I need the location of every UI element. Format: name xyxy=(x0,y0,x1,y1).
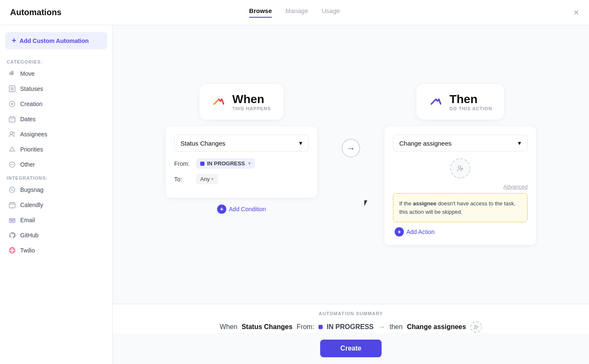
close-button[interactable]: × xyxy=(573,7,579,18)
move-icon xyxy=(8,70,16,77)
sidebar-item-other[interactable]: Other xyxy=(2,157,111,172)
trigger-chevron-icon: ▾ xyxy=(299,139,302,147)
status-dot-icon xyxy=(200,162,204,166)
svg-point-27 xyxy=(458,166,461,168)
warning-bold: assignee xyxy=(413,200,437,207)
advanced-link[interactable]: Advanced xyxy=(393,183,528,190)
sidebar-item-label: Priorities xyxy=(20,146,43,153)
sidebar-item-assignees[interactable]: Assignees xyxy=(2,127,111,142)
summary-change-assignees: Change assignees xyxy=(407,323,466,331)
header-tabs: Browse Manage Usage xyxy=(249,7,340,18)
action-label: Change assignees xyxy=(399,140,451,147)
svg-point-26 xyxy=(13,251,13,252)
action-select[interactable]: Change assignees ▾ xyxy=(393,135,528,151)
from-status-badge[interactable]: IN PROGRESS ▾ xyxy=(196,158,255,169)
add-action-button[interactable]: + Add Action xyxy=(393,227,528,236)
categories-label: CATEGORIES: xyxy=(0,56,112,66)
other-icon xyxy=(8,161,16,168)
integrations-label: INTEGRATIONS: xyxy=(0,172,112,182)
twilio-icon xyxy=(8,247,16,254)
when-config-card: Status Changes ▾ From: IN PROGRESS ▾ xyxy=(166,126,317,198)
sidebar-item-bugsnag[interactable]: Bugsnag xyxy=(2,182,111,197)
sidebar-item-label: Assignees xyxy=(20,131,48,138)
svg-point-14 xyxy=(13,164,14,165)
app-container: Automations Browse Manage Usage × + Add … xyxy=(0,0,589,364)
sidebar-item-label: Other xyxy=(20,161,35,168)
warning-text1: If the xyxy=(399,200,413,207)
svg-line-16 xyxy=(11,189,13,191)
summary-from: From: xyxy=(297,323,314,331)
add-custom-automation-button[interactable]: + Add Custom Automation xyxy=(5,32,107,49)
action-chevron-icon: ▾ xyxy=(518,139,521,147)
sidebar-item-github[interactable]: GitHub xyxy=(2,228,111,243)
sidebar-item-label: Dates xyxy=(20,116,36,122)
sidebar-item-twilio[interactable]: Twilio xyxy=(2,243,111,258)
summary-in-progress: IN PROGRESS xyxy=(327,323,374,331)
tab-browse[interactable]: Browse xyxy=(249,7,272,18)
sidebar: + Add Custom Automation CATEGORIES: Move… xyxy=(0,25,113,364)
github-icon xyxy=(8,231,16,239)
sidebar-item-label: Twilio xyxy=(20,247,35,254)
svg-rect-5 xyxy=(9,117,15,122)
sidebar-item-label: Bugsnag xyxy=(20,186,43,193)
main-content: When THIS HAPPENS Status Changes ▾ From: xyxy=(113,25,589,364)
canvas: When THIS HAPPENS Status Changes ▾ From: xyxy=(113,25,589,304)
svg-point-22 xyxy=(10,248,15,253)
sidebar-item-label: Statuses xyxy=(20,85,43,92)
svg-point-9 xyxy=(10,132,13,134)
dates-icon xyxy=(8,115,16,123)
summary-bar: AUTOMATION SUMMARY When Status Changes F… xyxy=(113,304,589,333)
add-action-plus-icon: + xyxy=(395,227,404,236)
sidebar-item-move[interactable]: Move xyxy=(2,66,111,81)
summary-status-dot-icon xyxy=(318,325,323,329)
sidebar-item-creation[interactable]: Creation xyxy=(2,96,111,112)
arrow-connector: → xyxy=(334,139,368,157)
calendly-icon xyxy=(8,201,16,209)
svg-point-10 xyxy=(13,132,15,134)
header: Automations Browse Manage Usage × xyxy=(0,0,589,25)
tab-manage[interactable]: Manage xyxy=(285,7,308,18)
body: + Add Custom Automation CATEGORIES: Move… xyxy=(0,25,589,364)
then-header-text: Then DO THIS ACTION xyxy=(449,93,492,111)
add-action-label: Add Action xyxy=(406,228,435,235)
to-chevron-icon: ▾ xyxy=(211,176,214,182)
tab-usage[interactable]: Usage xyxy=(322,7,340,18)
create-button[interactable]: Create xyxy=(320,340,382,357)
add-assignee-icon[interactable] xyxy=(450,158,470,178)
trigger-select[interactable]: Status Changes ▾ xyxy=(174,135,309,151)
svg-point-13 xyxy=(12,164,13,165)
create-btn-row: Create xyxy=(113,333,589,364)
sidebar-item-email[interactable]: Email xyxy=(2,213,111,228)
summary-assignee-circle-icon xyxy=(470,321,482,333)
clickup-logo-then xyxy=(428,94,443,109)
summary-status-changes: Status Changes xyxy=(241,323,292,331)
when-header-text: When THIS HAPPENS xyxy=(232,93,271,111)
sidebar-item-calendly[interactable]: Calendly xyxy=(2,197,111,213)
add-condition-plus-icon: + xyxy=(217,205,226,214)
assignees-icon xyxy=(8,130,16,138)
from-chevron-icon: ▾ xyxy=(248,161,251,166)
sidebar-item-priorities[interactable]: Priorities xyxy=(2,142,111,157)
then-header-card: Then DO THIS ACTION xyxy=(417,84,504,120)
when-header-card: When THIS HAPPENS xyxy=(199,84,284,120)
clickup-logo-when xyxy=(211,94,226,109)
summary-then: then xyxy=(390,323,403,331)
add-condition-button[interactable]: + Add Condition xyxy=(215,205,268,214)
app-title: Automations xyxy=(10,8,61,17)
then-subheading: DO THIS ACTION xyxy=(449,106,492,111)
sidebar-item-statuses[interactable]: Statuses xyxy=(2,81,111,96)
sidebar-item-label: Email xyxy=(20,217,35,223)
from-status-text: IN PROGRESS xyxy=(207,160,245,167)
sidebar-item-dates[interactable]: Dates xyxy=(2,112,111,127)
svg-point-25 xyxy=(11,251,11,252)
to-label: To: xyxy=(174,176,191,183)
svg-point-24 xyxy=(13,249,13,250)
plus-icon: + xyxy=(12,36,16,45)
statuses-icon xyxy=(8,85,16,93)
email-icon xyxy=(8,216,16,224)
assignee-placeholder xyxy=(393,158,528,178)
svg-rect-1 xyxy=(11,87,14,90)
bugsnag-icon xyxy=(8,186,16,194)
to-value-badge[interactable]: Any ▾ xyxy=(196,174,218,184)
svg-point-30 xyxy=(474,325,476,327)
